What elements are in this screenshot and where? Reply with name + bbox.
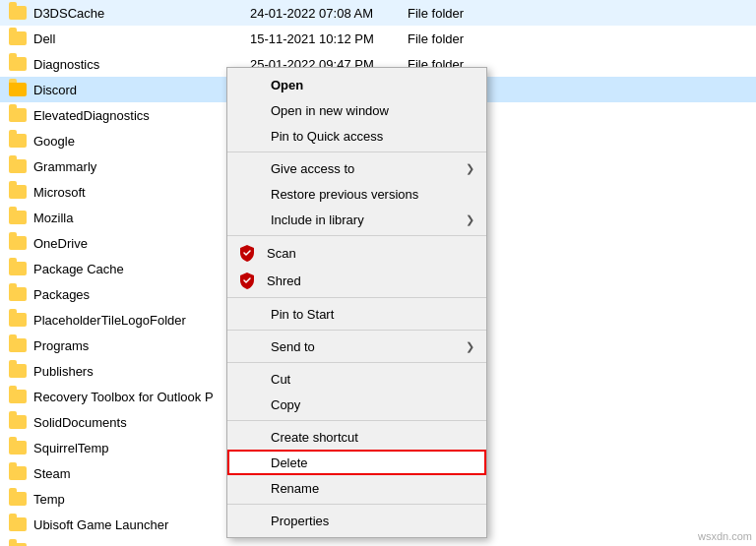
menu-item-shred-label: Shred	[267, 273, 471, 288]
file-name: Ubisoft Game Launcher	[33, 517, 250, 532]
menu-item-copy-label: Copy	[271, 397, 471, 412]
submenu-arrow-icon: ❯	[466, 213, 474, 226]
menu-separator	[227, 152, 486, 152]
file-name: Dell	[33, 31, 250, 46]
menu-item-pin-quick-label: Pin to Quick access	[271, 129, 471, 144]
file-name: Publishers	[33, 364, 250, 379]
menu-item-give-access-label: Give access to	[271, 161, 471, 176]
file-type: File folder	[408, 6, 526, 21]
watermark: wsxdn.com	[698, 530, 752, 542]
folder-icon	[8, 438, 28, 457]
folder-icon-open	[8, 80, 28, 99]
menu-item-properties[interactable]: Properties	[227, 508, 486, 533]
file-date: 24-01-2022 07:08 AM	[250, 6, 408, 21]
menu-item-properties-label: Properties	[271, 514, 471, 528]
file-name: Temp	[33, 492, 250, 507]
folder-icon	[8, 489, 28, 509]
menu-item-delete-label: Delete	[271, 455, 471, 470]
folder-icon	[8, 54, 28, 74]
menu-item-restore[interactable]: Restore previous versions	[227, 181, 486, 207]
menu-item-pin-start-label: Pin to Start	[271, 307, 471, 322]
file-name: Microsoft	[33, 185, 250, 200]
menu-item-rename[interactable]: Rename	[227, 475, 486, 501]
menu-item-pin-start[interactable]: Pin to Start	[227, 301, 486, 327]
file-date: 15-11-2021 10:12 PM	[250, 31, 408, 46]
folder-icon	[8, 515, 28, 534]
menu-item-open-new-window[interactable]: Open in new window	[227, 97, 486, 123]
menu-item-open-label: Open	[271, 78, 471, 92]
folder-icon	[8, 335, 28, 355]
context-menu: Open Open in new window Pin to Quick acc…	[226, 67, 487, 538]
menu-item-scan-label: Scan	[267, 246, 471, 261]
folder-icon	[8, 540, 28, 546]
folder-icon	[8, 259, 28, 278]
menu-item-create-shortcut-label: Create shortcut	[271, 430, 471, 445]
menu-item-open[interactable]: Open	[227, 72, 486, 97]
file-name: Programs	[33, 338, 250, 353]
folder-icon	[8, 131, 28, 151]
menu-item-shred[interactable]: Shred	[227, 267, 486, 294]
menu-item-cut-label: Cut	[271, 372, 471, 387]
file-row[interactable]: VirtualStore folder	[0, 537, 756, 546]
file-name: Grammarly	[33, 159, 250, 174]
menu-item-create-shortcut[interactable]: Create shortcut	[227, 424, 486, 450]
menu-separator	[227, 504, 486, 505]
folder-icon	[8, 233, 28, 253]
menu-item-restore-label: Restore previous versions	[271, 187, 471, 202]
file-name: Mozilla	[33, 211, 250, 225]
menu-item-cut[interactable]: Cut	[227, 366, 486, 392]
menu-item-copy[interactable]: Copy	[227, 392, 486, 417]
menu-item-include-library-label: Include in library	[271, 212, 471, 227]
menu-item-include-library[interactable]: Include in library ❯	[227, 207, 486, 232]
folder-icon	[8, 463, 28, 483]
file-name: Steam	[33, 466, 250, 481]
folder-icon	[8, 387, 28, 406]
folder-icon	[8, 361, 28, 381]
file-name: PlaceholderTileLogoFolder	[33, 313, 250, 328]
folder-icon	[8, 412, 28, 432]
file-row[interactable]: Dell 15-11-2021 10:12 PM File folder	[0, 26, 756, 51]
menu-item-scan[interactable]: Scan	[227, 239, 486, 267]
folder-icon	[8, 310, 28, 330]
folder-icon	[8, 105, 28, 125]
mcafee-icon-shred	[235, 272, 259, 289]
file-type: File folder	[408, 31, 526, 46]
menu-separator	[227, 362, 486, 363]
file-name: Packages	[33, 287, 250, 302]
menu-item-open-new-window-label: Open in new window	[271, 103, 471, 118]
folder-icon	[8, 29, 28, 48]
folder-icon	[8, 208, 28, 227]
menu-item-rename-label: Rename	[271, 481, 471, 496]
folder-icon	[8, 156, 28, 176]
file-name: Package Cache	[33, 262, 250, 276]
file-name: VirtualStore	[33, 543, 250, 547]
file-name: OneDrive	[33, 236, 250, 251]
file-name: SolidDocuments	[33, 415, 250, 430]
file-name: Recovery Toolbox for Outlook P	[33, 390, 250, 404]
menu-item-delete[interactable]: Delete	[227, 450, 486, 475]
menu-separator	[227, 235, 486, 236]
file-type: folder	[408, 543, 526, 547]
menu-item-give-access[interactable]: Give access to ❯	[227, 155, 486, 181]
file-name: Google	[33, 134, 250, 149]
file-name: Diagnostics	[33, 57, 250, 72]
folder-icon	[8, 284, 28, 304]
submenu-arrow-icon: ❯	[466, 162, 474, 175]
menu-separator	[227, 420, 486, 421]
menu-separator	[227, 330, 486, 331]
submenu-arrow-icon: ❯	[466, 340, 474, 353]
explorer-window: D3DSCache 24-01-2022 07:08 AM File folde…	[0, 0, 756, 546]
file-row[interactable]: D3DSCache 24-01-2022 07:08 AM File folde…	[0, 0, 756, 26]
folder-icon	[8, 3, 28, 23]
file-name: SquirrelTemp	[33, 441, 250, 455]
file-name: ElevatedDiagnostics	[33, 108, 250, 123]
menu-separator	[227, 297, 486, 298]
file-name: D3DSCache	[33, 6, 250, 21]
folder-icon	[8, 182, 28, 202]
menu-item-pin-quick[interactable]: Pin to Quick access	[227, 123, 486, 149]
menu-item-send-to-label: Send to	[271, 339, 471, 354]
mcafee-icon	[235, 244, 259, 262]
menu-item-send-to[interactable]: Send to ❯	[227, 334, 486, 359]
file-name: Discord	[33, 83, 250, 97]
